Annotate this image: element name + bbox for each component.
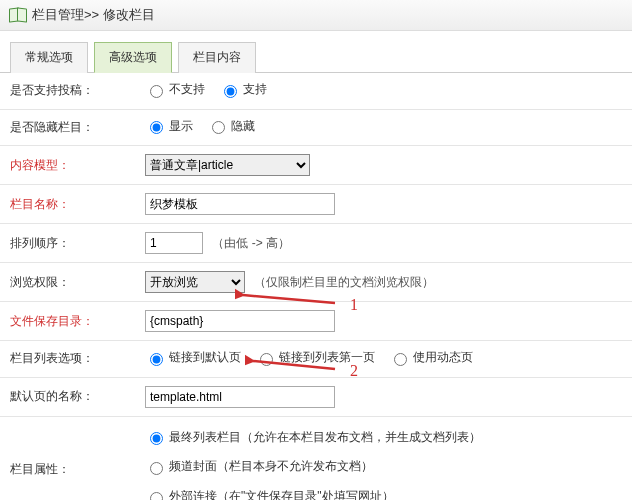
label-save-dir: 文件保存目录： <box>0 302 135 341</box>
label-column-name: 栏目名称： <box>0 185 135 224</box>
label-order: 排列顺序： <box>0 224 135 263</box>
radio-group-hidden: 显示 隐藏 <box>145 118 255 135</box>
radio-hide[interactable]: 隐藏 <box>207 118 255 135</box>
tab-bar: 常规选项 高级选项 栏目内容 <box>0 31 632 73</box>
radio-attr-cover[interactable]: 频道封面（栏目本身不允许发布文档） <box>145 454 373 479</box>
radio-support[interactable]: 支持 <box>219 81 267 98</box>
radio-show[interactable]: 显示 <box>145 118 193 135</box>
note-order: （由低 -> 高） <box>212 236 290 250</box>
radio-dynamic[interactable]: 使用动态页 <box>389 349 473 366</box>
select-content-model[interactable]: 普通文章|article <box>145 154 310 176</box>
tab-content[interactable]: 栏目内容 <box>178 42 256 73</box>
select-browse-perm[interactable]: 开放浏览 <box>145 271 245 293</box>
radio-link-first[interactable]: 链接到列表第一页 <box>255 349 375 366</box>
page-header: 栏目管理>> 修改栏目 <box>0 0 632 31</box>
radio-attr-list[interactable]: 最终列表栏目（允许在本栏目发布文档，并生成文档列表） <box>145 425 481 450</box>
label-support-submit: 是否支持投稿： <box>0 73 135 109</box>
input-save-dir[interactable] <box>145 310 335 332</box>
tab-advanced[interactable]: 高级选项 <box>94 42 172 73</box>
label-browse-perm: 浏览权限： <box>0 263 135 302</box>
note-browse-perm: （仅限制栏目里的文档浏览权限） <box>254 275 434 289</box>
label-list-option: 栏目列表选项： <box>0 341 135 378</box>
radio-group-list-option: 链接到默认页 链接到列表第一页 使用动态页 <box>145 349 473 366</box>
label-content-model: 内容模型： <box>0 146 135 185</box>
radio-attr-external[interactable]: 外部连接（在"文件保存目录"处填写网址） <box>145 484 394 500</box>
input-default-page[interactable] <box>145 386 335 408</box>
tab-general[interactable]: 常规选项 <box>10 42 88 73</box>
input-order[interactable] <box>145 232 203 254</box>
label-hidden: 是否隐藏栏目： <box>0 109 135 146</box>
radio-no-support[interactable]: 不支持 <box>145 81 205 98</box>
label-default-page: 默认页的名称： <box>0 377 135 416</box>
label-attr: 栏目属性： <box>0 416 135 500</box>
radio-group-support-submit: 不支持 支持 <box>145 81 267 98</box>
input-column-name[interactable] <box>145 193 335 215</box>
form-table: 是否支持投稿： 不支持 支持 是否隐藏栏目： 显示 隐藏 内容模型： 普通文章|… <box>0 73 632 500</box>
radio-link-default[interactable]: 链接到默认页 <box>145 349 241 366</box>
book-icon <box>10 8 26 22</box>
breadcrumb: 栏目管理>> 修改栏目 <box>32 6 155 24</box>
